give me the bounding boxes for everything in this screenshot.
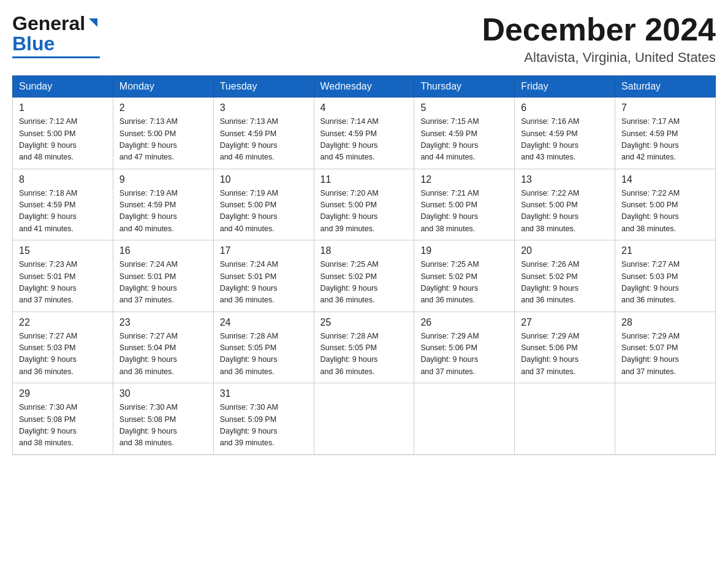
calendar-cell: 26 Sunrise: 7:29 AM Sunset: 5:06 PM Dayl… bbox=[414, 312, 515, 383]
day-info: Sunrise: 7:30 AM Sunset: 5:08 PM Dayligh… bbox=[19, 402, 107, 450]
calendar-cell: 18 Sunrise: 7:25 AM Sunset: 5:02 PM Dayl… bbox=[314, 240, 414, 312]
weekday-header-friday: Friday bbox=[515, 76, 615, 98]
calendar-cell: 28 Sunrise: 7:29 AM Sunset: 5:07 PM Dayl… bbox=[615, 312, 716, 383]
logo-underline bbox=[12, 56, 100, 58]
month-title: December 2024 bbox=[482, 12, 716, 47]
weekday-header-monday: Monday bbox=[113, 76, 213, 98]
weekday-header-tuesday: Tuesday bbox=[213, 76, 314, 98]
day-info: Sunrise: 7:14 AM Sunset: 4:59 PM Dayligh… bbox=[320, 116, 408, 164]
day-number: 24 bbox=[220, 317, 308, 328]
day-info: Sunrise: 7:25 AM Sunset: 5:02 PM Dayligh… bbox=[320, 259, 408, 307]
calendar-cell: 16 Sunrise: 7:24 AM Sunset: 5:01 PM Dayl… bbox=[113, 240, 213, 312]
calendar-cell: 13 Sunrise: 7:22 AM Sunset: 5:00 PM Dayl… bbox=[515, 169, 615, 240]
calendar-table: SundayMondayTuesdayWednesdayThursdayFrid… bbox=[12, 75, 716, 455]
calendar-cell: 2 Sunrise: 7:13 AM Sunset: 5:00 PM Dayli… bbox=[113, 98, 213, 169]
day-info: Sunrise: 7:13 AM Sunset: 5:00 PM Dayligh… bbox=[119, 116, 207, 164]
day-number: 20 bbox=[521, 245, 609, 256]
day-info: Sunrise: 7:21 AM Sunset: 5:00 PM Dayligh… bbox=[420, 188, 508, 236]
calendar-header-row: SundayMondayTuesdayWednesdayThursdayFrid… bbox=[13, 76, 716, 98]
calendar-cell: 19 Sunrise: 7:25 AM Sunset: 5:02 PM Dayl… bbox=[414, 240, 515, 312]
weekday-header-saturday: Saturday bbox=[615, 76, 716, 98]
day-number: 19 bbox=[420, 245, 508, 256]
day-info: Sunrise: 7:27 AM Sunset: 5:03 PM Dayligh… bbox=[19, 331, 107, 378]
day-number: 16 bbox=[119, 245, 207, 256]
day-info: Sunrise: 7:22 AM Sunset: 5:00 PM Dayligh… bbox=[621, 188, 709, 236]
calendar-cell: 25 Sunrise: 7:28 AM Sunset: 5:05 PM Dayl… bbox=[314, 312, 414, 383]
calendar-cell: 21 Sunrise: 7:27 AM Sunset: 5:03 PM Dayl… bbox=[615, 240, 716, 312]
day-number: 5 bbox=[420, 102, 508, 113]
calendar-week-row: 8 Sunrise: 7:18 AM Sunset: 4:59 PM Dayli… bbox=[13, 169, 716, 240]
day-info: Sunrise: 7:19 AM Sunset: 4:59 PM Dayligh… bbox=[119, 188, 207, 236]
calendar-cell: 31 Sunrise: 7:30 AM Sunset: 5:09 PM Dayl… bbox=[213, 383, 314, 455]
calendar-cell: 11 Sunrise: 7:20 AM Sunset: 5:00 PM Dayl… bbox=[314, 169, 414, 240]
day-info: Sunrise: 7:23 AM Sunset: 5:01 PM Dayligh… bbox=[19, 259, 107, 307]
day-info: Sunrise: 7:29 AM Sunset: 5:06 PM Dayligh… bbox=[420, 331, 508, 378]
day-info: Sunrise: 7:12 AM Sunset: 5:00 PM Dayligh… bbox=[19, 116, 107, 164]
calendar-cell: 1 Sunrise: 7:12 AM Sunset: 5:00 PM Dayli… bbox=[13, 98, 113, 169]
day-number: 7 bbox=[621, 102, 709, 113]
day-info: Sunrise: 7:17 AM Sunset: 4:59 PM Dayligh… bbox=[621, 116, 709, 164]
day-number: 14 bbox=[621, 174, 709, 185]
day-info: Sunrise: 7:25 AM Sunset: 5:02 PM Dayligh… bbox=[420, 259, 508, 307]
day-number: 1 bbox=[19, 102, 107, 113]
calendar-cell: 8 Sunrise: 7:18 AM Sunset: 4:59 PM Dayli… bbox=[13, 169, 113, 240]
day-info: Sunrise: 7:15 AM Sunset: 4:59 PM Dayligh… bbox=[420, 116, 508, 164]
day-number: 10 bbox=[220, 174, 308, 185]
day-number: 29 bbox=[19, 388, 107, 399]
calendar-cell: 24 Sunrise: 7:28 AM Sunset: 5:05 PM Dayl… bbox=[213, 312, 314, 383]
logo: General Blue bbox=[12, 12, 100, 58]
day-number: 11 bbox=[320, 174, 408, 185]
calendar-week-row: 22 Sunrise: 7:27 AM Sunset: 5:03 PM Dayl… bbox=[13, 312, 716, 383]
calendar-cell: 14 Sunrise: 7:22 AM Sunset: 5:00 PM Dayl… bbox=[615, 169, 716, 240]
day-number: 22 bbox=[19, 317, 107, 328]
day-number: 25 bbox=[320, 317, 408, 328]
calendar-cell: 10 Sunrise: 7:19 AM Sunset: 5:00 PM Dayl… bbox=[213, 169, 314, 240]
calendar-cell: 29 Sunrise: 7:30 AM Sunset: 5:08 PM Dayl… bbox=[13, 383, 113, 455]
day-number: 30 bbox=[119, 388, 207, 399]
calendar-cell: 7 Sunrise: 7:17 AM Sunset: 4:59 PM Dayli… bbox=[615, 98, 716, 169]
calendar-cell: 17 Sunrise: 7:24 AM Sunset: 5:01 PM Dayl… bbox=[213, 240, 314, 312]
day-number: 23 bbox=[119, 317, 207, 328]
day-info: Sunrise: 7:27 AM Sunset: 5:04 PM Dayligh… bbox=[119, 331, 207, 378]
calendar-cell: 15 Sunrise: 7:23 AM Sunset: 5:01 PM Dayl… bbox=[13, 240, 113, 312]
calendar-cell bbox=[515, 383, 615, 455]
calendar-cell: 30 Sunrise: 7:30 AM Sunset: 5:08 PM Dayl… bbox=[113, 383, 213, 455]
weekday-header-wednesday: Wednesday bbox=[314, 76, 414, 98]
day-info: Sunrise: 7:24 AM Sunset: 5:01 PM Dayligh… bbox=[220, 259, 308, 307]
calendar-cell: 27 Sunrise: 7:29 AM Sunset: 5:06 PM Dayl… bbox=[515, 312, 615, 383]
calendar-week-row: 15 Sunrise: 7:23 AM Sunset: 5:01 PM Dayl… bbox=[13, 240, 716, 312]
day-number: 6 bbox=[521, 102, 609, 113]
calendar-cell bbox=[414, 383, 515, 455]
day-number: 21 bbox=[621, 245, 709, 256]
calendar-cell: 3 Sunrise: 7:13 AM Sunset: 4:59 PM Dayli… bbox=[213, 98, 314, 169]
day-info: Sunrise: 7:28 AM Sunset: 5:05 PM Dayligh… bbox=[320, 331, 408, 378]
day-info: Sunrise: 7:22 AM Sunset: 5:00 PM Dayligh… bbox=[521, 188, 609, 236]
calendar-cell: 6 Sunrise: 7:16 AM Sunset: 4:59 PM Dayli… bbox=[515, 98, 615, 169]
page-header: General Blue December 2024 Altavista, Vi… bbox=[12, 12, 716, 66]
day-number: 9 bbox=[119, 174, 207, 185]
day-number: 27 bbox=[521, 317, 609, 328]
day-number: 2 bbox=[119, 102, 207, 113]
day-info: Sunrise: 7:29 AM Sunset: 5:07 PM Dayligh… bbox=[621, 331, 709, 378]
day-info: Sunrise: 7:28 AM Sunset: 5:05 PM Dayligh… bbox=[220, 331, 308, 378]
day-info: Sunrise: 7:24 AM Sunset: 5:01 PM Dayligh… bbox=[119, 259, 207, 307]
calendar-cell bbox=[314, 383, 414, 455]
logo-blue-text: Blue bbox=[12, 33, 55, 55]
calendar-cell bbox=[615, 383, 716, 455]
calendar-week-row: 1 Sunrise: 7:12 AM Sunset: 5:00 PM Dayli… bbox=[13, 98, 716, 169]
day-number: 4 bbox=[320, 102, 408, 113]
day-info: Sunrise: 7:30 AM Sunset: 5:08 PM Dayligh… bbox=[119, 402, 207, 450]
day-number: 15 bbox=[19, 245, 107, 256]
calendar-cell: 20 Sunrise: 7:26 AM Sunset: 5:02 PM Dayl… bbox=[515, 240, 615, 312]
day-number: 8 bbox=[19, 174, 107, 185]
day-number: 17 bbox=[220, 245, 308, 256]
day-number: 13 bbox=[521, 174, 609, 185]
day-number: 12 bbox=[420, 174, 508, 185]
day-info: Sunrise: 7:29 AM Sunset: 5:06 PM Dayligh… bbox=[521, 331, 609, 378]
day-info: Sunrise: 7:16 AM Sunset: 4:59 PM Dayligh… bbox=[521, 116, 609, 164]
calendar-cell: 12 Sunrise: 7:21 AM Sunset: 5:00 PM Dayl… bbox=[414, 169, 515, 240]
day-info: Sunrise: 7:19 AM Sunset: 5:00 PM Dayligh… bbox=[220, 188, 308, 236]
logo-triangle-icon bbox=[86, 16, 100, 29]
logo-general-text: General bbox=[12, 12, 85, 35]
calendar-week-row: 29 Sunrise: 7:30 AM Sunset: 5:08 PM Dayl… bbox=[13, 383, 716, 455]
